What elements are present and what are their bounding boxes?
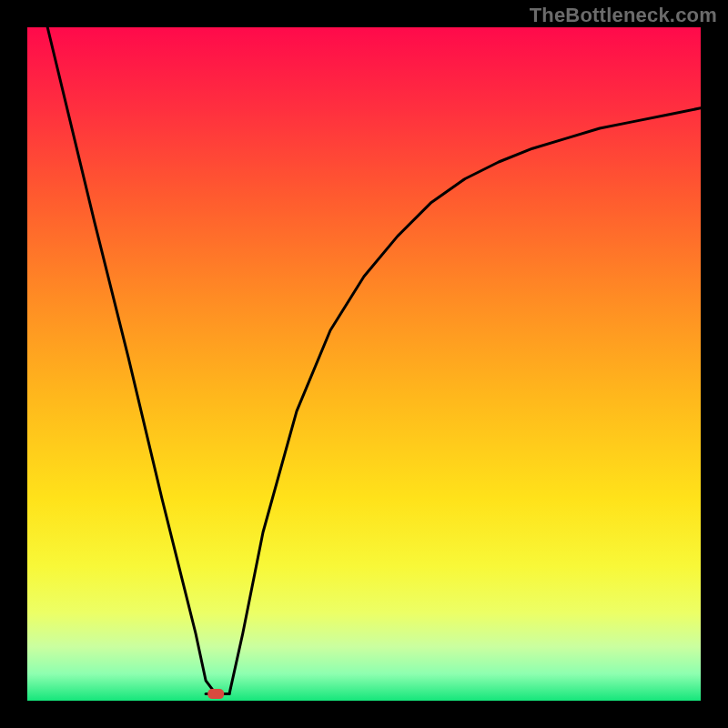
- bottleneck-chart: [27, 27, 701, 701]
- chart-frame: TheBottleneck.com: [0, 0, 728, 728]
- highlight-marker: [207, 689, 224, 699]
- optimal-point-marker: [207, 689, 224, 699]
- watermark-text: TheBottleneck.com: [530, 4, 717, 27]
